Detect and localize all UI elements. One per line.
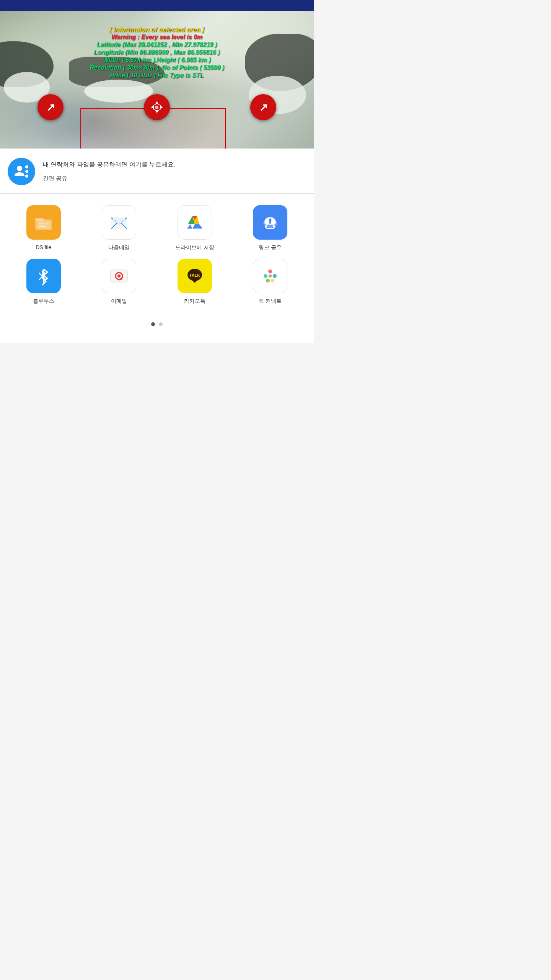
resize-right-button[interactable]: ↗ — [250, 94, 276, 120]
share-label: 간편 공유 — [43, 175, 176, 182]
email-symbol-icon — [109, 266, 129, 286]
page-indicators — [8, 316, 306, 335]
svg-rect-13 — [37, 221, 51, 229]
share-description: 내 연락처와 파일을 공유하려면 여기를 누르세요. — [43, 161, 176, 169]
ds-file-icon — [26, 205, 61, 240]
svg-point-46 — [264, 274, 267, 278]
svg-point-6 — [25, 165, 28, 168]
app-ds-file[interactable]: DS file — [8, 205, 80, 251]
info-warning: Warning : Every sea level is 0m — [90, 34, 224, 41]
app-google-drive-label: 드라이브에 저장 — [175, 244, 214, 251]
map-section: [ Information of selected area ] Warning… — [0, 11, 314, 149]
svg-point-49 — [271, 279, 274, 283]
svg-marker-1 — [155, 110, 158, 113]
folder-icon — [34, 212, 54, 232]
app-quick-connect[interactable]: 퀵 커넥트 — [235, 259, 306, 305]
svg-marker-2 — [151, 106, 154, 109]
quick-share-section[interactable]: 내 연락처와 파일을 공유하려면 여기를 누르세요. 간편 공유 — [0, 149, 314, 193]
share-info: 내 연락처와 파일을 공유하려면 여기를 누르세요. 간편 공유 — [43, 158, 176, 182]
move-button[interactable]: ⬡ — [144, 94, 170, 120]
svg-text:TALK: TALK — [189, 273, 200, 278]
info-title: [ Information of selected area ] — [90, 26, 224, 34]
svg-point-5 — [17, 166, 22, 171]
app-email-label: 이메일 — [111, 298, 127, 305]
move-arrows-icon — [150, 100, 164, 114]
resize-left-button[interactable]: ↗ — [37, 94, 64, 120]
app-kakao-talk-label: 카카오톡 — [184, 298, 205, 305]
google-drive-icon — [178, 205, 212, 240]
diagonal-arrow-left-icon: ↗ — [46, 101, 55, 114]
app-kakao-talk[interactable]: TALK 카카오톡 — [159, 259, 231, 305]
svg-rect-4 — [155, 106, 158, 109]
info-size: Width ( 6.874 km ),Height ( 6.985 km ) — [90, 57, 224, 64]
app-email[interactable]: 이메일 — [83, 259, 155, 305]
svg-rect-34 — [269, 220, 271, 224]
svg-point-8 — [25, 175, 28, 178]
mail-icon — [109, 212, 129, 232]
quick-share-icon — [8, 158, 35, 185]
app-daum-mail-label: 다음메일 — [108, 244, 130, 251]
info-longitude: Longitude (Min 86.886900 , Max 86.956816… — [90, 49, 224, 56]
daum-mail-icon — [102, 205, 136, 240]
terrain-patch — [84, 80, 153, 103]
bluetooth-symbol-icon — [34, 266, 54, 286]
link-share-icon — [253, 205, 287, 240]
svg-rect-12 — [35, 218, 44, 221]
apps-grid: DS file 다음메일 — [8, 205, 306, 305]
svg-point-48 — [266, 279, 270, 283]
diagonal-arrow-right-icon: ↗ — [259, 101, 268, 114]
quick-connect-icon — [253, 259, 287, 293]
info-latitude: Latitude (Max 28.041252 , Min 27.978219 … — [90, 41, 224, 48]
info-price: Price [ 10 USD ] File Type is STL — [90, 72, 224, 79]
app-daum-mail[interactable]: 다음메일 — [83, 205, 155, 251]
app-google-drive[interactable]: 드라이브에 저장 — [159, 205, 231, 251]
kakao-talk-icon: TALK — [178, 259, 212, 293]
kakao-symbol-icon: TALK — [185, 266, 205, 286]
svg-marker-0 — [155, 101, 158, 104]
info-resolution: Resolution ( 30m×30m ), No of Points ( 5… — [90, 64, 224, 71]
svg-point-50 — [269, 274, 272, 278]
info-overlay: [ Information of selected area ] Warning… — [86, 22, 228, 83]
app-quick-connect-label: 퀵 커넥트 — [259, 298, 282, 305]
bluetooth-icon — [26, 259, 61, 293]
svg-marker-21 — [187, 224, 192, 229]
svg-point-42 — [117, 274, 121, 278]
svg-point-47 — [273, 274, 277, 278]
app-link-share-label: 링크 공유 — [259, 244, 282, 251]
drive-icon — [185, 212, 205, 232]
app-ds-file-label: DS file — [36, 244, 51, 250]
app-bluetooth-label: 블루투스 — [33, 298, 54, 305]
app-link-share[interactable]: 링크 공유 — [235, 205, 306, 251]
app-bluetooth[interactable]: 블루투스 — [8, 259, 80, 305]
cloud-link-icon — [260, 212, 280, 232]
quick-connect-symbol-icon — [260, 266, 280, 286]
svg-point-7 — [25, 170, 28, 173]
svg-marker-3 — [160, 106, 163, 109]
status-bar — [0, 0, 314, 11]
person-share-icon — [13, 163, 30, 180]
apps-section: DS file 다음메일 — [0, 194, 314, 343]
page-dot-1[interactable] — [151, 322, 155, 326]
svg-point-45 — [268, 270, 272, 273]
page-dot-2[interactable] — [159, 322, 163, 326]
email-icon — [102, 259, 136, 293]
